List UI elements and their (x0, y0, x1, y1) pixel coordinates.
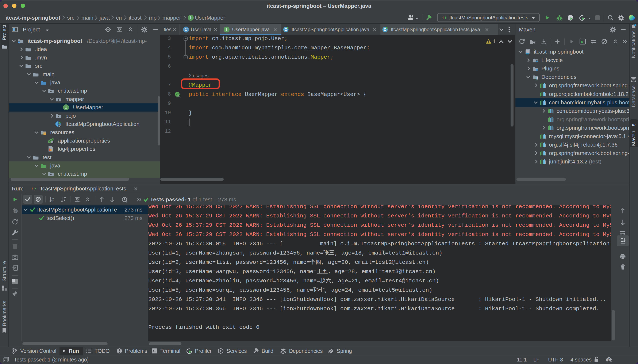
svg-text:z: z (52, 200, 54, 202)
svg-text:m: m (526, 51, 529, 54)
svg-text:a: a (52, 196, 54, 200)
svg-text:9: 9 (15, 210, 17, 213)
